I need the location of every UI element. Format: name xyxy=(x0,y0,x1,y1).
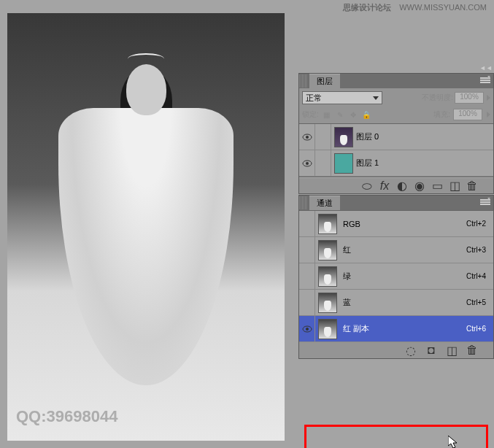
svg-rect-1 xyxy=(480,80,490,81)
channel-thumbnail[interactable] xyxy=(318,240,337,260)
svg-marker-3 xyxy=(487,76,490,77)
layer-row[interactable]: 图层 1 xyxy=(299,150,493,177)
visibility-toggle[interactable] xyxy=(299,290,315,315)
svg-rect-2 xyxy=(480,82,490,83)
svg-rect-9 xyxy=(480,201,490,203)
channel-row-red-copy[interactable]: 红 副本 Ctrl+6 xyxy=(299,316,493,342)
layer-thumbnail[interactable] xyxy=(334,153,353,174)
fill-input[interactable]: 100% xyxy=(453,109,482,120)
layers-footer: ⬭ fx ◐ ◉ ▭ ◫ 🗑 xyxy=(299,177,493,193)
svg-rect-10 xyxy=(480,204,490,205)
svg-rect-8 xyxy=(480,199,490,201)
fill-label: 填充: xyxy=(433,109,450,120)
channel-thumbnail[interactable] xyxy=(318,214,337,234)
layer-row[interactable]: 图层 0 xyxy=(299,124,493,150)
channel-shortcut: Ctrl+2 xyxy=(466,220,486,228)
watermark-header: 思缘设计论坛 WWW.MISSYUAN.COM xyxy=(343,2,487,13)
channels-footer: ◌ ◘ ◫ 🗑 xyxy=(299,342,493,358)
canvas-area[interactable]: QQ:39698044 xyxy=(7,13,285,441)
svg-rect-0 xyxy=(480,77,490,79)
fill-flyout-icon[interactable] xyxy=(487,112,490,117)
channel-row-red[interactable]: 红 Ctrl+3 xyxy=(299,237,493,263)
channels-tab-bar[interactable]: 通道 xyxy=(299,196,493,210)
channel-shortcut: Ctrl+5 xyxy=(466,298,486,306)
new-layer-button[interactable]: ◫ xyxy=(448,180,461,192)
channels-tab[interactable]: 通道 xyxy=(309,196,340,210)
channel-name: RGB xyxy=(343,220,360,228)
collapse-icon[interactable]: ◄◄ xyxy=(479,64,493,72)
channel-shortcut: Ctrl+4 xyxy=(466,272,486,280)
load-selection-button[interactable]: ◌ xyxy=(404,344,417,356)
eye-icon xyxy=(302,160,312,167)
layers-tab-bar[interactable]: 图层 xyxy=(299,74,493,88)
lock-row: 锁定: ▦ ✎ ✥ 🔒 填充: 100% xyxy=(299,107,493,123)
svg-point-13 xyxy=(306,328,309,331)
svg-point-7 xyxy=(306,162,309,165)
layers-tab[interactable]: 图层 xyxy=(309,74,340,88)
channel-row-blue[interactable]: 蓝 Ctrl+5 xyxy=(299,290,493,316)
svg-point-5 xyxy=(306,136,309,139)
link-col[interactable] xyxy=(315,124,331,150)
channel-list: RGB Ctrl+2 红 Ctrl+3 绿 Ctrl+4 蓝 Ctrl+5 xyxy=(299,210,493,342)
eye-icon xyxy=(302,134,312,141)
eye-icon xyxy=(302,325,312,333)
panel-grip-icon[interactable] xyxy=(299,74,308,88)
blend-mode-select[interactable]: 正常 xyxy=(302,91,382,104)
svg-marker-11 xyxy=(487,198,490,199)
link-col[interactable] xyxy=(315,150,331,176)
channel-shortcut: Ctrl+3 xyxy=(466,246,486,254)
chevron-down-icon xyxy=(373,96,379,100)
blend-mode-value: 正常 xyxy=(306,93,322,104)
layer-name[interactable]: 图层 0 xyxy=(356,131,379,142)
link-layers-button[interactable]: ⬭ xyxy=(360,180,374,192)
channels-panel: 通道 RGB Ctrl+2 红 Ctrl+3 绿 Ctrl+ xyxy=(298,195,494,359)
visibility-toggle[interactable] xyxy=(299,211,315,236)
qq-watermark: QQ:39698044 xyxy=(16,407,117,426)
save-selection-button[interactable]: ◘ xyxy=(425,344,438,356)
svg-marker-14 xyxy=(448,436,457,448)
channel-thumbnail[interactable] xyxy=(318,266,337,287)
photo-bride xyxy=(7,13,285,441)
lock-brush-icon[interactable]: ✎ xyxy=(335,109,345,120)
adjustment-button[interactable]: ◉ xyxy=(413,180,426,192)
visibility-toggle[interactable] xyxy=(299,263,315,289)
trash-button[interactable]: 🗑 xyxy=(466,180,479,192)
lock-label: 锁定: xyxy=(302,109,319,120)
lock-move-icon[interactable]: ✥ xyxy=(348,109,358,120)
watermark-site-cn: 思缘设计论坛 xyxy=(343,3,391,12)
group-button[interactable]: ▭ xyxy=(431,180,444,192)
layers-controls: 正常 不透明度: 100% xyxy=(299,88,493,107)
channel-name: 绿 xyxy=(343,271,351,282)
fx-button[interactable]: fx xyxy=(378,180,391,192)
cursor-icon xyxy=(448,436,460,448)
visibility-toggle[interactable] xyxy=(299,316,315,341)
channel-row-rgb[interactable]: RGB Ctrl+2 xyxy=(299,211,493,237)
channel-name: 红 副本 xyxy=(343,323,369,334)
channel-thumbnail[interactable] xyxy=(318,293,337,313)
new-channel-button[interactable]: ◫ xyxy=(445,344,458,356)
panel-menu-button[interactable] xyxy=(480,198,490,206)
channel-row-green[interactable]: 绿 Ctrl+4 xyxy=(299,263,493,290)
visibility-toggle[interactable] xyxy=(299,237,315,263)
lock-transparency-icon[interactable]: ▦ xyxy=(322,109,332,120)
layer-name[interactable]: 图层 1 xyxy=(356,158,379,169)
channel-name: 蓝 xyxy=(343,297,351,308)
layer-list: 图层 0 图层 1 xyxy=(299,123,493,177)
layers-panel: 图层 正常 不透明度: 100% 锁定: ▦ ✎ ✥ 🔒 填充: 100% xyxy=(298,73,494,194)
visibility-toggle[interactable] xyxy=(299,150,315,176)
panel-menu-button[interactable] xyxy=(480,76,490,85)
opacity-label: 不透明度: xyxy=(422,93,453,103)
mask-button[interactable]: ◐ xyxy=(395,180,409,192)
opacity-input[interactable]: 100% xyxy=(455,92,484,104)
trash-button[interactable]: 🗑 xyxy=(466,344,479,356)
channel-shortcut: Ctrl+6 xyxy=(466,325,486,333)
panels-container: ◄◄ 图层 正常 不透明度: 100% 锁定: ▦ ✎ ✥ 🔒 填充: 100 xyxy=(298,73,494,360)
layer-thumbnail[interactable] xyxy=(334,127,353,147)
watermark-site-url: WWW.MISSYUAN.COM xyxy=(399,3,487,12)
panel-grip-icon[interactable] xyxy=(299,196,308,209)
channel-thumbnail[interactable] xyxy=(318,319,337,339)
opacity-flyout-icon[interactable] xyxy=(487,95,490,101)
lock-all-icon[interactable]: 🔒 xyxy=(361,109,371,120)
visibility-toggle[interactable] xyxy=(299,124,315,150)
annotation-highlight xyxy=(304,425,488,448)
